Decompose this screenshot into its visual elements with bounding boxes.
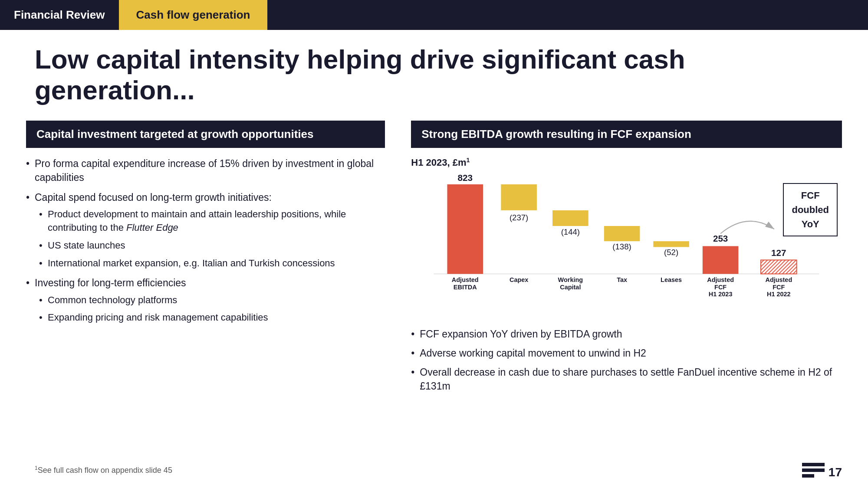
svg-text:FCF: FCF <box>773 283 785 290</box>
svg-text:FCF: FCF <box>714 283 727 290</box>
footnote-sup: 1 <box>35 465 38 471</box>
content-columns: Capital investment targeted at growth op… <box>0 121 868 399</box>
right-section-header: Strong EBITDA growth resulting in FCF ex… <box>411 121 842 148</box>
brand-icon <box>802 463 825 478</box>
sub-bullet-2-2: US state launches <box>35 239 385 252</box>
bullet-3: Investing for long-term efficiencies Com… <box>26 276 385 324</box>
svg-text:Capital: Capital <box>560 283 581 290</box>
bullet-1: Pro forma capital expenditure increase o… <box>26 157 385 184</box>
sub-bullet-3-1: Common technology platforms <box>35 294 385 307</box>
sub-bullets-3: Common technology platforms Expanding pr… <box>35 294 385 325</box>
svg-text:EBITDA: EBITDA <box>454 283 477 290</box>
chart-label: H1 2023, £m1 <box>411 157 842 168</box>
svg-text:Adjusted: Adjusted <box>707 276 734 283</box>
brand-bar-3 <box>802 474 814 478</box>
svg-text:Leases: Leases <box>661 276 682 283</box>
bar-tax <box>604 226 640 241</box>
bar-wc <box>552 210 589 226</box>
header-cashflow: Cash flow generation <box>119 0 268 30</box>
bar-capex <box>501 184 537 210</box>
left-section-header: Capital investment targeted at growth op… <box>26 121 385 148</box>
svg-text:Adjusted: Adjusted <box>452 276 479 283</box>
svg-text:253: 253 <box>713 233 728 243</box>
right-bullets: FCF expansion YoY driven by EBITDA growt… <box>411 327 842 393</box>
svg-text:Working: Working <box>558 276 583 283</box>
chart-container: 823 (237) (144) (138) <box>411 171 842 318</box>
svg-text:(237): (237) <box>510 213 528 222</box>
bar-fcf-2023 <box>703 246 739 274</box>
svg-text:Adjusted: Adjusted <box>766 276 792 283</box>
svg-text:127: 127 <box>771 248 786 258</box>
sub-bullet-2-1: Product development to maintain and atta… <box>35 208 385 235</box>
fcf-doubled-box: FCFdoubledYoY <box>783 183 838 236</box>
svg-text:Capex: Capex <box>510 276 528 283</box>
right-column: Strong EBITDA growth resulting in FCF ex… <box>402 121 842 399</box>
header: Financial Review Cash flow generation <box>0 0 868 30</box>
svg-text:(138): (138) <box>613 242 631 251</box>
main-title: Low capital intensity helping drive sign… <box>0 30 868 116</box>
chart-label-sup: 1 <box>466 157 470 164</box>
svg-text:(144): (144) <box>561 227 580 236</box>
header-financial-review: Financial Review <box>0 0 119 30</box>
footnote-text: See full cash flow on appendix slide 45 <box>38 466 172 475</box>
sub-bullets-2: Product development to maintain and atta… <box>35 208 385 270</box>
brand-bar-1 <box>802 463 825 466</box>
sub-bullet-2-3: International market expansion, e.g. Ita… <box>35 257 385 270</box>
sub-bullet-3-2: Expanding pricing and risk management ca… <box>35 311 385 324</box>
right-bullet-3: Overall decrease in cash due to share pu… <box>411 365 842 393</box>
brand-bar-2 <box>802 468 825 472</box>
left-bullets: Pro forma capital expenditure increase o… <box>26 157 385 325</box>
waterfall-chart: 823 (237) (144) (138) <box>411 171 842 310</box>
svg-text:Tax: Tax <box>617 276 627 283</box>
bullet-2: Capital spend focused on long-term growt… <box>26 190 385 270</box>
page-number: 17 <box>829 465 842 479</box>
bar-ebitda <box>447 184 483 274</box>
svg-text:(52): (52) <box>664 248 678 257</box>
svg-text:823: 823 <box>458 173 473 183</box>
right-bullet-2: Adverse working capital movement to unwi… <box>411 346 842 360</box>
bar-fcf-2022 <box>761 260 797 274</box>
bar-leases <box>654 241 690 247</box>
footer: 1See full cash flow on appendix slide 45 <box>35 465 172 475</box>
left-column: Capital investment targeted at growth op… <box>26 121 402 399</box>
svg-text:H1 2022: H1 2022 <box>767 291 791 298</box>
svg-text:H1 2023: H1 2023 <box>709 291 733 298</box>
right-bullet-1: FCF expansion YoY driven by EBITDA growt… <box>411 327 842 341</box>
